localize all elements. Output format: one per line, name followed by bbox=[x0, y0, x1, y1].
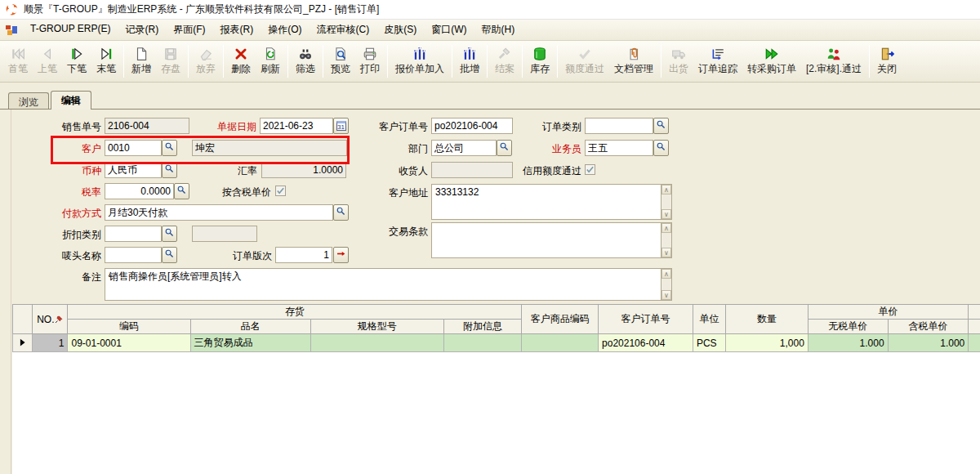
scroll-up-icon[interactable]: ∧ bbox=[662, 185, 671, 195]
audit-pass-button[interactable]: [2.审核].通过 bbox=[802, 44, 866, 78]
pin-icon bbox=[55, 315, 63, 323]
scroll-down-icon[interactable]: ∨ bbox=[662, 248, 671, 257]
salesman-lookup-button[interactable] bbox=[653, 140, 669, 156]
menu-interface[interactable]: 界面(F) bbox=[166, 20, 212, 39]
grid-cell-no[interactable]: 1 bbox=[33, 334, 68, 352]
menu-skin[interactable]: 皮肤(S) bbox=[376, 20, 424, 39]
to-purchase-order-button[interactable]: 转采购订单 bbox=[743, 44, 800, 78]
last-record-icon bbox=[99, 47, 114, 61]
grid-cell-spec[interactable] bbox=[310, 334, 443, 352]
order-type-field[interactable] bbox=[585, 118, 653, 134]
doc-mgmt-button[interactable]: 文档管理 bbox=[610, 44, 657, 78]
menu-report[interactable]: 报表(R) bbox=[212, 20, 261, 39]
refresh-button[interactable]: 刷新 bbox=[256, 44, 284, 78]
order-version-button[interactable] bbox=[333, 247, 349, 263]
grid-cell-cust_order[interactable]: po202106-004 bbox=[599, 334, 693, 352]
tax-rate-lookup-button[interactable] bbox=[174, 183, 189, 199]
last-record-button[interactable]: 末笔 bbox=[92, 44, 120, 78]
quote-add-button[interactable]: 报价单加入 bbox=[391, 44, 448, 78]
close-case-label: 结案 bbox=[495, 62, 514, 76]
grid-cell-name[interactable]: 三角贸易成品 bbox=[190, 334, 310, 352]
trade-terms-field[interactable] bbox=[431, 222, 662, 258]
mark-name-field[interactable] bbox=[105, 247, 162, 263]
menu-window[interactable]: 窗口(W) bbox=[424, 20, 474, 39]
remark-field[interactable]: 销售商操作员[系统管理员]转入 bbox=[105, 268, 662, 301]
grid-cell-unit[interactable]: PCS bbox=[693, 334, 725, 352]
customer-lookup-button[interactable] bbox=[162, 140, 177, 156]
save-icon bbox=[163, 47, 178, 61]
department-lookup-button[interactable] bbox=[497, 140, 512, 156]
department-field[interactable] bbox=[431, 140, 497, 156]
batch-add-button[interactable]: 批增 bbox=[456, 44, 483, 78]
sales-no-field[interactable] bbox=[105, 118, 189, 134]
toolbar: 首笔上笔下笔末笔新增存盘放弃删除刷新筛选预览打印报价单加入批增结案库存额度通过文… bbox=[0, 41, 980, 83]
menu-operation[interactable]: 操作(O) bbox=[261, 20, 309, 39]
discount-type-lookup-button[interactable] bbox=[162, 226, 177, 242]
menu-help[interactable]: 帮助(H) bbox=[474, 20, 522, 39]
grid-cell-partial[interactable] bbox=[969, 334, 980, 352]
salesman-field[interactable] bbox=[585, 140, 653, 156]
trade-terms-label: 交易条款 bbox=[346, 225, 428, 239]
magnifier-icon bbox=[176, 185, 187, 198]
doc-date-field[interactable] bbox=[260, 118, 333, 134]
cust-order-no-field[interactable] bbox=[431, 118, 513, 134]
cust-address-field[interactable]: 33313132 bbox=[431, 184, 662, 220]
currency-field[interactable] bbox=[105, 162, 162, 178]
exit-button[interactable]: 关闭 bbox=[873, 44, 901, 78]
mdi-child-icon bbox=[5, 24, 18, 37]
order-version-field[interactable] bbox=[275, 247, 332, 263]
exchange-rate-field[interactable] bbox=[261, 162, 346, 178]
prev-record-button: 上笔 bbox=[33, 44, 61, 78]
sales-no-label: 销售单号 bbox=[16, 120, 101, 134]
calendar-icon: 31 bbox=[336, 121, 346, 131]
menu-tgroup-erp[interactable]: T-GROUP ERP(E) bbox=[23, 20, 118, 39]
next-record-button[interactable]: 下笔 bbox=[63, 44, 91, 78]
payment-field[interactable] bbox=[105, 204, 333, 221]
payment-lookup-button[interactable] bbox=[333, 204, 349, 221]
grid-cell-price_ex[interactable]: 1.000 bbox=[808, 334, 888, 352]
credit-passed-checkbox[interactable] bbox=[585, 164, 595, 175]
preview-button[interactable]: 预览 bbox=[327, 44, 354, 78]
scroll-down-icon[interactable]: ∨ bbox=[662, 209, 671, 219]
new-button[interactable]: 新增 bbox=[127, 44, 155, 78]
customer-code-field[interactable] bbox=[105, 140, 162, 156]
scroll-up-icon[interactable]: ∧ bbox=[662, 223, 671, 233]
delete-label: 删除 bbox=[231, 62, 251, 76]
delete-button[interactable]: 删除 bbox=[227, 44, 255, 78]
discount-type-field[interactable] bbox=[105, 226, 162, 242]
remark-scrollbar[interactable]: ∧∨ bbox=[662, 268, 672, 301]
discount-extra-field[interactable] bbox=[192, 226, 257, 242]
tab-edit[interactable]: 编辑 bbox=[51, 91, 91, 110]
order-track-button[interactable]: 订单追踪 bbox=[694, 44, 742, 78]
magnifier-icon bbox=[336, 206, 346, 219]
customer-name-field[interactable] bbox=[192, 140, 347, 156]
cust-address-scrollbar[interactable]: ∧∨ bbox=[662, 184, 672, 220]
trade-terms-scrollbar[interactable]: ∧∨ bbox=[662, 222, 672, 258]
scroll-down-icon[interactable]: ∨ bbox=[662, 290, 671, 300]
menu-flow-audit[interactable]: 流程审核(C) bbox=[309, 20, 376, 39]
inventory-button[interactable]: 库存 bbox=[526, 44, 554, 78]
grid-cell-extra[interactable] bbox=[443, 334, 522, 352]
salesman-label: 业务员 bbox=[516, 142, 581, 156]
grid-cell-price_inc[interactable]: 1.000 bbox=[888, 334, 969, 352]
currency-lookup-button[interactable] bbox=[162, 162, 177, 178]
order-type-lookup-button[interactable] bbox=[653, 118, 669, 134]
filter-button[interactable]: 筛选 bbox=[292, 44, 319, 78]
currency-label: 币种 bbox=[16, 164, 101, 178]
print-button[interactable]: 打印 bbox=[356, 44, 384, 78]
tab-browse[interactable]: 浏览 bbox=[8, 92, 49, 110]
menu-record[interactable]: 记录(R) bbox=[118, 20, 166, 39]
tax-rate-field[interactable] bbox=[105, 183, 174, 199]
next-record-label: 下笔 bbox=[67, 62, 87, 76]
mark-name-lookup-button[interactable] bbox=[162, 247, 177, 263]
magnifier-icon bbox=[164, 248, 175, 262]
row-selector[interactable] bbox=[13, 334, 33, 352]
grid-cell-cust_code[interactable] bbox=[522, 334, 599, 352]
grid-cell-qty[interactable]: 1,000 bbox=[726, 334, 808, 352]
tax-included-checkbox[interactable] bbox=[275, 186, 286, 196]
consignee-field[interactable] bbox=[431, 162, 513, 178]
magnifier-icon bbox=[499, 141, 510, 154]
grid-cell-code[interactable]: 09-01-0001 bbox=[68, 334, 190, 352]
scroll-up-icon[interactable]: ∧ bbox=[662, 269, 671, 279]
close-case-button: 结案 bbox=[491, 44, 519, 78]
